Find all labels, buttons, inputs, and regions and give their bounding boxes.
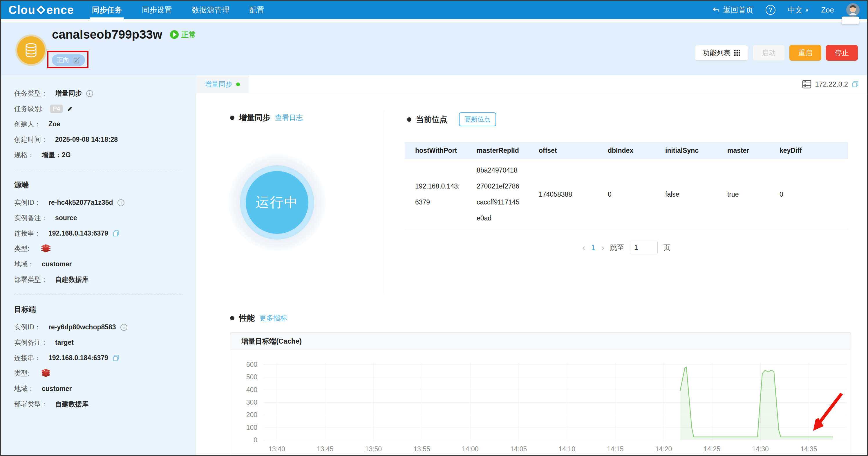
task-detail-sidebar: 任务类型： 增量同步 任务级别: P4 创建人： Zoe 创建时间： 2025-…	[1, 75, 196, 455]
feature-list-label: 功能列表	[703, 48, 731, 58]
page-jump-input[interactable]	[630, 241, 658, 254]
cell-masterReplId: 8ba24970418270021ef2786caccff9117145e0ad	[477, 162, 521, 226]
task-database-icon	[17, 36, 45, 64]
detail-label: 实例备注：	[14, 338, 48, 347]
detail-label: 创建时间：	[14, 135, 48, 144]
copy-icon[interactable]	[851, 81, 859, 88]
x-axis-tick: 13:45	[317, 445, 334, 453]
detail-value: source	[55, 214, 77, 222]
redis-icon	[41, 244, 51, 254]
detail-value: 自建数据库	[55, 275, 89, 284]
more-metrics-link[interactable]: 更多指标	[259, 313, 287, 323]
restart-button[interactable]: 重启	[789, 45, 821, 61]
detail-row-created-time: 创建时间： 2025-09-08 14:18:28	[14, 132, 196, 147]
col-master: master	[717, 147, 769, 154]
chevron-down-icon: ∨	[805, 7, 809, 13]
back-home-link[interactable]: 返回首页	[712, 5, 753, 15]
task-action-buttons: 功能列表 启动 重启 停止	[695, 45, 858, 61]
feature-list-button[interactable]: 功能列表	[695, 45, 748, 61]
detail-value: 192.168.0.184:6379	[49, 354, 108, 362]
brand-logo[interactable]: Clou ence	[8, 3, 74, 17]
task-status: 正常	[170, 30, 196, 39]
view-logs-link[interactable]: 查看日志	[275, 113, 303, 122]
start-button[interactable]: 启动	[753, 45, 785, 61]
bullet-icon	[230, 116, 235, 120]
back-home-label: 返回首页	[723, 5, 753, 15]
tab-status-dot	[236, 83, 240, 86]
x-axis-tick: 14:20	[655, 445, 672, 453]
detail-value: 2025-09-08 14:18:28	[55, 136, 118, 143]
pencil-edit-icon[interactable]	[67, 106, 73, 112]
chart-title: 增量目标端(Cache)	[241, 337, 302, 346]
divider	[14, 170, 183, 170]
jump-to-label: 跳至	[610, 243, 624, 252]
detail-row-source-connection: 连接串： 192.168.0.143:6379	[14, 226, 196, 241]
partial-popover	[842, 17, 859, 24]
help-icon[interactable]: ?	[766, 5, 775, 15]
copy-icon[interactable]	[112, 354, 120, 362]
page-number[interactable]: 1	[591, 243, 595, 252]
server-info: 172.22.0.2	[802, 75, 859, 93]
info-icon[interactable]	[117, 199, 125, 206]
detail-label: 部署类型：	[14, 275, 48, 284]
stop-button[interactable]: 停止	[826, 45, 858, 61]
x-axis-tick: 14:00	[462, 445, 479, 453]
cell-offset: 174058388	[528, 187, 597, 202]
page: { "nav": { "logo_prefix": "Clou", "logo_…	[0, 0, 868, 456]
cell-master: true	[717, 187, 769, 202]
user-avatar[interactable]	[846, 3, 860, 17]
nav-item-datasource-mgmt[interactable]: 数据源管理	[190, 1, 231, 19]
detail-row-source-instance-id: 实例ID： re-hc4k52077a1z35d	[14, 195, 196, 210]
running-status-circle: 运行中	[228, 154, 326, 251]
detail-row-creator: 创建人： Zoe	[14, 116, 196, 132]
detail-row-target-region: 地域： customer	[14, 381, 196, 396]
username-label[interactable]: Zoe	[821, 5, 834, 15]
priority-badge: P4	[50, 105, 62, 113]
copy-icon[interactable]	[112, 230, 120, 237]
col-keyDiff: keyDiff	[769, 147, 848, 154]
chart-grid	[264, 363, 847, 441]
nav-item-sync-settings[interactable]: 同步设置	[140, 1, 174, 19]
cell-dbIndex: 0	[597, 187, 655, 202]
detail-value: 增量同步	[55, 89, 82, 98]
info-icon[interactable]	[86, 90, 93, 97]
x-axis-tick: 14:35	[800, 445, 817, 453]
detail-value: customer	[42, 260, 72, 268]
detail-label: 连接串：	[14, 229, 41, 238]
positions-header: 当前位点 更新位点	[407, 112, 496, 126]
nav-item-config[interactable]: 配置	[247, 1, 266, 19]
status-label: 正常	[182, 30, 196, 39]
language-label: 中文	[788, 5, 803, 15]
annotation-highlight-box	[47, 51, 89, 68]
col-hostWithPort: hostWithPort	[405, 147, 466, 154]
detail-row-target-connection: 连接串： 192.168.0.184:6379	[14, 350, 196, 366]
next-page-button[interactable]: ›	[601, 242, 604, 253]
logo-text-suffix: ence	[46, 3, 74, 17]
task-title-row: canalseob799p33w 正常	[52, 28, 196, 41]
detail-label: 实例备注：	[14, 213, 48, 223]
y-axis-tick: 600	[246, 361, 257, 369]
update-position-button[interactable]: 更新位点	[459, 112, 496, 126]
detail-label: 连接串：	[14, 353, 41, 363]
y-axis-tick: 0	[253, 436, 257, 444]
y-axis-tick: 300	[246, 398, 257, 406]
redis-icon	[41, 369, 51, 378]
y-axis-tick: 200	[246, 411, 257, 419]
language-selector[interactable]: 中文 ∨	[788, 5, 809, 15]
tab-incremental-sync[interactable]: 增量同步	[196, 75, 249, 93]
nav-item-sync-tasks[interactable]: 同步任务	[90, 1, 124, 19]
positions-table: hostWithPort masterReplId offset dbIndex…	[405, 142, 848, 230]
database-cylinder-icon	[24, 43, 38, 58]
table-header-row: hostWithPort masterReplId offset dbIndex…	[405, 142, 848, 159]
detail-row-source-deploy-type: 部署类型： 自建数据库	[14, 272, 196, 287]
detail-value: Zoe	[49, 120, 60, 128]
info-icon[interactable]	[120, 323, 128, 331]
bullet-icon	[230, 316, 235, 320]
col-masterReplId: masterReplId	[466, 147, 528, 154]
detail-value: customer	[42, 385, 72, 393]
detail-label: 地域：	[14, 260, 34, 269]
cell-keyDiff: 0	[769, 187, 848, 202]
detail-label: 实例ID：	[14, 198, 41, 207]
tab-strip: 增量同步 172.22.0.2	[196, 75, 867, 93]
prev-page-button[interactable]: ‹	[582, 242, 585, 253]
